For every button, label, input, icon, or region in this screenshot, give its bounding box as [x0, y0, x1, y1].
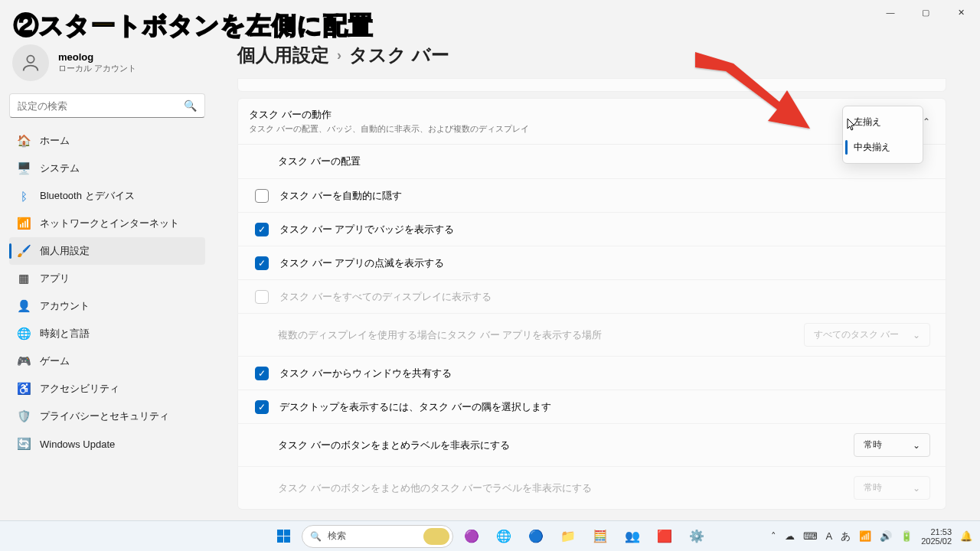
nav-privacy[interactable]: 🛡️プライバシーとセキュリティ	[9, 403, 205, 430]
start-button[interactable]	[270, 523, 297, 550]
apps-icon: ▦	[17, 272, 31, 285]
row-badge: ✓ タスク バー アプリでバッジを表示する	[238, 212, 946, 246]
edge-icon: 🔵	[528, 529, 544, 543]
cursor-icon	[847, 118, 858, 134]
search-input[interactable]	[18, 100, 184, 112]
home-icon: 🏠	[17, 134, 31, 148]
gear-icon: ⚙️	[689, 529, 704, 543]
flash-checkbox[interactable]: ✓	[255, 256, 269, 270]
taskbar: 🔍 検索 🟣 🌐 🔵 📁 🧮 👥 🟥 ⚙️ ˄ ☁ ⌨ A あ 📶 🔊 🔋 21…	[0, 520, 980, 551]
user-name: meolog	[58, 51, 136, 63]
alignment-label: タスク バーの配置	[278, 155, 930, 168]
section-body: タスク バーの配置 タスク バーを自動的に隠す ✓ タスク バー アプリでバッジ…	[237, 145, 946, 510]
row-flash: ✓ タスク バー アプリの点滅を表示する	[238, 246, 946, 279]
accessibility-icon: ♿	[17, 382, 31, 396]
app-icon: 🟥	[657, 529, 672, 543]
nav-time[interactable]: 🌐時刻と言語	[9, 320, 205, 347]
bluetooth-icon: ᛒ	[17, 189, 31, 203]
nav-game[interactable]: 🎮ゲーム	[9, 347, 205, 375]
alignment-dropdown: 左揃え 中央揃え	[842, 106, 923, 164]
edge-button[interactable]: 🔵	[522, 523, 550, 550]
calculator-icon: 🧮	[593, 529, 608, 543]
copilot-icon: 🟣	[464, 529, 479, 543]
sidebar: meolog ローカル アカウント 🔍 🏠ホーム 🖥️システム ᛒBluetoo…	[0, 24, 214, 520]
row-combine: タスク バーのボタンをまとめラベルを非表示にする 常時 ⌄	[238, 423, 946, 466]
alldisplays-checkbox	[255, 290, 269, 304]
nav-account[interactable]: 👤アカウント	[9, 292, 205, 320]
person-icon	[20, 52, 41, 73]
close-button[interactable]: ✕	[943, 0, 978, 24]
avatar	[12, 44, 49, 81]
search-icon: 🔍	[310, 531, 322, 542]
nav-home[interactable]: 🏠ホーム	[9, 127, 205, 155]
search-badge	[423, 528, 449, 545]
teams-button[interactable]: 👥	[619, 523, 646, 550]
nav-access[interactable]: ♿アクセシビリティ	[9, 375, 205, 403]
battery-icon[interactable]: 🔋	[900, 530, 913, 542]
share-checkbox[interactable]: ✓	[255, 367, 269, 380]
badge-checkbox[interactable]: ✓	[255, 223, 269, 236]
nav-personalize[interactable]: 🖌️個人用設定	[9, 237, 205, 265]
copilot-button[interactable]: 🟣	[458, 523, 485, 550]
desktop-checkbox[interactable]: ✓	[255, 400, 269, 414]
row-combine-other: タスク バーのボタンをまとめ他のタスク バーでラベルを非表示にする 常時 ⌄	[238, 466, 946, 509]
annotation-overlay: ②スタートボタンを左側に配置	[14, 9, 374, 43]
row-alldisplays: タスク バーをすべてのディスプレイに表示する	[238, 279, 946, 313]
volume-icon[interactable]: 🔊	[880, 530, 892, 542]
row-multidisp: 複数のディスプレイを使用する場合にタスク バー アプリを表示する場所 すべてのタ…	[238, 313, 946, 356]
search-icon: 🔍	[184, 99, 197, 112]
settings-button[interactable]: ⚙️	[683, 523, 710, 550]
svg-point-0	[27, 56, 34, 63]
onedrive-icon[interactable]: ☁	[785, 530, 795, 542]
clock[interactable]: 21:53 2025/02	[921, 527, 952, 546]
nav-update[interactable]: 🔄Windows Update	[9, 430, 205, 458]
system-icon: 🖥️	[17, 161, 31, 175]
account-icon: 👤	[17, 299, 31, 313]
ime-mode[interactable]: あ	[841, 530, 851, 543]
row-autohide: タスク バーを自動的に隠す	[238, 178, 946, 212]
section-title: タスク バーの動作	[249, 108, 529, 122]
maximize-button[interactable]: ▢	[908, 0, 943, 24]
combine-select[interactable]: 常時 ⌄	[854, 433, 930, 457]
search-input-wrapper[interactable]: 🔍	[9, 93, 205, 118]
section-subtitle: タスク バーの配置、バッジ、自動的に非表示、および複数のディスプレイ	[249, 123, 529, 135]
keyboard-icon[interactable]: ⌨	[803, 530, 818, 542]
nav-system[interactable]: 🖥️システム	[9, 155, 205, 182]
nav-apps[interactable]: ▦アプリ	[9, 265, 205, 292]
chevron-down-icon: ⌄	[913, 483, 920, 494]
prev-section-stub	[237, 78, 946, 92]
chevron-down-icon: ⌄	[913, 330, 920, 341]
nav-bluetooth[interactable]: ᛒBluetooth とデバイス	[9, 182, 205, 210]
section-header[interactable]: タスク バーの動作 タスク バーの配置、バッジ、自動的に非表示、および複数のディ…	[237, 98, 946, 145]
chevron-down-icon: ⌄	[913, 440, 920, 451]
calc-button[interactable]: 🧮	[586, 523, 614, 550]
dropdown-option-center[interactable]: 中央揃え	[843, 135, 923, 160]
minimize-button[interactable]: —	[873, 0, 908, 24]
chrome-button[interactable]: 🌐	[490, 523, 518, 550]
chrome-icon: 🌐	[496, 529, 511, 543]
chevron-right-icon: ›	[337, 47, 341, 64]
teams-icon: 👥	[625, 529, 640, 543]
wifi-tray-icon[interactable]: 📶	[859, 530, 871, 542]
row-share: ✓ タスク バーからウィンドウを共有する	[238, 356, 946, 390]
tray-chevron-icon[interactable]: ˄	[771, 530, 776, 542]
combine-other-select: 常時 ⌄	[854, 476, 930, 500]
footer-links: 🔍ヘルプを表示 📣フィードバックの送信	[237, 510, 946, 520]
explorer-button[interactable]: 📁	[554, 523, 582, 550]
taskbar-search[interactable]: 🔍 検索	[302, 525, 453, 548]
autohide-checkbox[interactable]	[255, 189, 269, 203]
folder-icon: 📁	[560, 529, 576, 543]
nav-network[interactable]: 📶ネットワークとインターネット	[9, 210, 205, 237]
user-sub: ローカル アカウント	[58, 63, 136, 74]
app1-button[interactable]: 🟥	[651, 523, 678, 550]
row-desktop: ✓ デスクトップを表示するには、タスク バーの隅を選択します	[238, 390, 946, 423]
multidisp-select: すべてのタスク バー ⌄	[804, 323, 930, 347]
breadcrumb-parent[interactable]: 個人用設定	[237, 43, 329, 67]
notifications-icon[interactable]: 🔔	[960, 530, 972, 542]
nav: 🏠ホーム 🖥️システム ᛒBluetooth とデバイス 📶ネットワークとインタ…	[9, 127, 205, 458]
row-alignment: タスク バーの配置	[238, 145, 946, 178]
brush-icon: 🖌️	[17, 244, 31, 258]
ime-lang[interactable]: A	[826, 530, 833, 542]
main-content: 個人用設定 › タスク バー タスク バーの動作 タスク バーの配置、バッジ、自…	[214, 24, 980, 520]
user-block[interactable]: meolog ローカル アカウント	[9, 38, 205, 93]
